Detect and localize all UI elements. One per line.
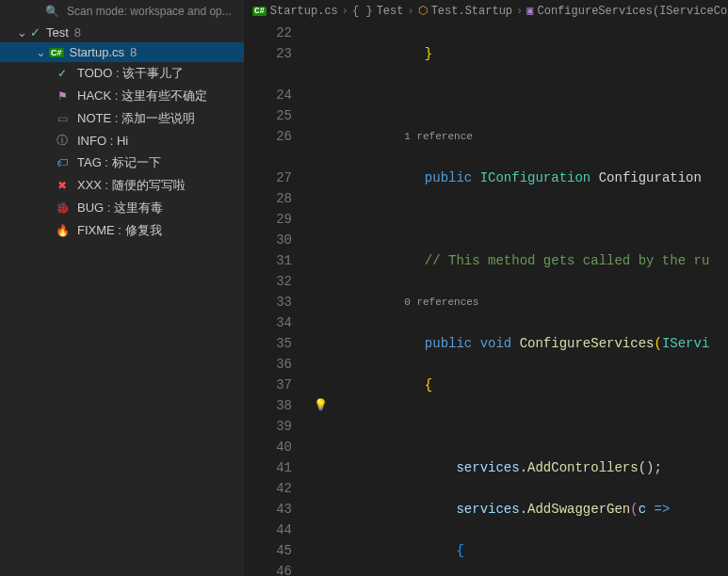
editor[interactable]: C# Startup.cs › { } Test › ⬡ Test.Startu… [245,0,728,576]
search-placeholder: Scan mode: workspace and op... [67,5,232,18]
glyph-margin: 💡 [311,23,330,576]
todo-item-tag[interactable]: 🏷TAG : 标记一下 [0,152,244,174]
csharp-icon: C# [49,48,64,57]
lightbulb-icon[interactable]: 💡 [314,399,328,412]
fire-icon: 🔥 [55,224,70,237]
tag-icon: 🏷 [55,156,70,169]
search-icon: 🔍 [45,5,59,18]
info-icon: ⓘ [55,133,70,149]
todo-item-xxx[interactable]: ✖XXX : 随便的写写啦 [0,174,244,197]
bug-icon: 🐞 [55,201,70,215]
tree-header-test[interactable]: ⌄ ✓ Test 8 [0,23,244,42]
chevron-right-icon: › [342,5,348,18]
code-content[interactable]: } 1 reference public IConfiguration Conf… [330,23,728,576]
tree-count: 8 [74,25,81,40]
chevron-down-icon: ⌄ [36,45,47,59]
code-area[interactable]: 22 23 24 25 26 27 28 29 30 31 32 33 34 3… [245,23,728,576]
chevron-right-icon: › [516,5,523,18]
chevron-right-icon: › [407,5,413,18]
method-icon: ▣ [526,4,533,18]
check-icon: ✓ [30,25,40,40]
breadcrumb-file[interactable]: Startup.cs [270,5,338,18]
check-icon: ✓ [55,67,70,80]
file-count: 8 [130,45,137,59]
namespace-icon: { } [352,5,373,18]
todo-item-note[interactable]: ▭NOTE : 添加一些说明 [0,107,244,130]
line-number-gutter: 22 23 24 25 26 27 28 29 30 31 32 33 34 3… [245,23,311,576]
csharp-icon: C# [252,7,267,16]
tree-label: Test [46,25,69,40]
todo-item-fixme[interactable]: 🔥FIXME : 修复我 [0,219,244,242]
class-icon: ⬡ [418,4,428,18]
file-row-startup[interactable]: ⌄ C# Startup.cs 8 [0,42,244,62]
note-icon: ▭ [55,112,70,125]
chevron-down-icon: ⌄ [17,25,28,40]
todo-item-info[interactable]: ⓘINFO : Hi [0,130,244,152]
todo-item-bug[interactable]: 🐞BUG : 这里有毒 [0,197,244,219]
x-icon: ✖ [55,179,70,192]
todo-item-hack[interactable]: ⚑HACK : 这里有些不确定 [0,85,244,107]
breadcrumb-class[interactable]: Test.Startup [431,5,512,18]
flag-icon: ⚑ [55,89,70,103]
sidebar: 🔍 Scan mode: workspace and op... ⌄ ✓ Tes… [0,0,245,576]
file-label: Startup.cs [70,45,125,59]
breadcrumb[interactable]: C# Startup.cs › { } Test › ⬡ Test.Startu… [245,0,728,23]
search-bar[interactable]: 🔍 Scan mode: workspace and op... [0,0,244,23]
breadcrumb-namespace[interactable]: Test [377,5,404,18]
todo-item-todo[interactable]: ✓TODO : 该干事儿了 [0,62,244,85]
breadcrumb-method[interactable]: ConfigureServices(IServiceCollection ser [538,5,728,18]
